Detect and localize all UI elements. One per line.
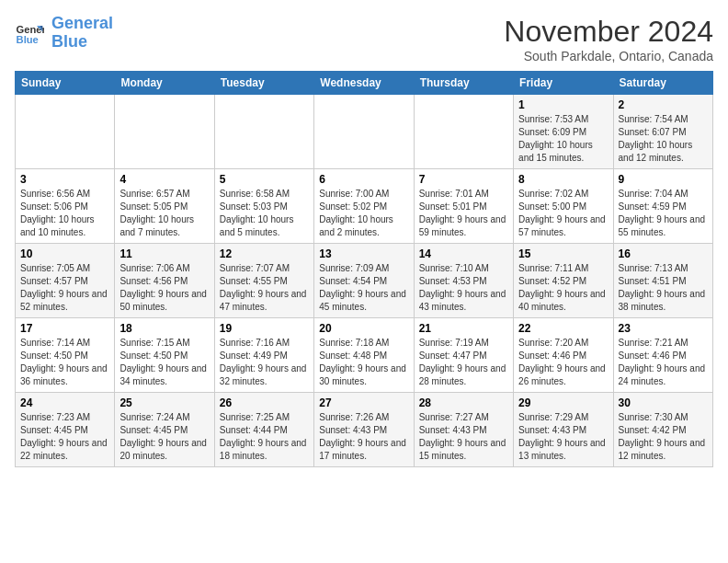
calendar-body: 1Sunrise: 7:53 AM Sunset: 6:09 PM Daylig… <box>16 95 713 467</box>
day-cell: 27Sunrise: 7:26 AM Sunset: 4:43 PM Dayli… <box>314 393 414 467</box>
day-info: Sunrise: 7:09 AM Sunset: 4:54 PM Dayligh… <box>319 262 408 314</box>
week-row-2: 3Sunrise: 6:56 AM Sunset: 5:06 PM Daylig… <box>16 169 713 244</box>
day-number: 12 <box>220 247 309 260</box>
day-cell: 14Sunrise: 7:10 AM Sunset: 4:53 PM Dayli… <box>414 244 513 318</box>
day-info: Sunrise: 7:20 AM Sunset: 4:46 PM Dayligh… <box>518 337 608 388</box>
day-number: 2 <box>619 98 708 111</box>
title-block: November 2024 South Parkdale, Ontario, C… <box>504 15 713 63</box>
day-cell: 7Sunrise: 7:01 AM Sunset: 5:01 PM Daylig… <box>414 169 513 244</box>
logo-text-line2: Blue <box>51 33 113 52</box>
day-info: Sunrise: 7:04 AM Sunset: 4:59 PM Dayligh… <box>619 188 708 239</box>
day-info: Sunrise: 7:25 AM Sunset: 4:44 PM Dayligh… <box>220 411 309 463</box>
day-number: 3 <box>20 173 109 186</box>
day-cell: 10Sunrise: 7:05 AM Sunset: 4:57 PM Dayli… <box>16 244 115 318</box>
day-info: Sunrise: 7:07 AM Sunset: 4:55 PM Dayligh… <box>220 262 309 314</box>
location-subtitle: South Parkdale, Ontario, Canada <box>504 49 713 63</box>
calendar-table: SundayMondayTuesdayWednesdayThursdayFrid… <box>15 71 713 467</box>
day-number: 13 <box>319 247 408 260</box>
day-number: 29 <box>518 396 608 409</box>
day-info: Sunrise: 7:53 AM Sunset: 6:09 PM Dayligh… <box>518 113 608 165</box>
week-row-5: 24Sunrise: 7:23 AM Sunset: 4:45 PM Dayli… <box>16 393 713 467</box>
day-number: 19 <box>220 322 309 335</box>
week-row-4: 17Sunrise: 7:14 AM Sunset: 4:50 PM Dayli… <box>16 318 713 393</box>
day-number: 4 <box>119 173 209 186</box>
day-number: 14 <box>419 247 508 260</box>
day-info: Sunrise: 7:00 AM Sunset: 5:02 PM Dayligh… <box>319 188 408 239</box>
day-cell: 24Sunrise: 7:23 AM Sunset: 4:45 PM Dayli… <box>16 393 115 467</box>
logo: General Blue General Blue <box>15 15 113 52</box>
header-cell-friday: Friday <box>514 72 613 95</box>
day-cell: 13Sunrise: 7:09 AM Sunset: 4:54 PM Dayli… <box>314 244 414 318</box>
day-info: Sunrise: 7:19 AM Sunset: 4:47 PM Dayligh… <box>419 337 508 388</box>
day-number: 27 <box>319 396 408 409</box>
day-cell: 4Sunrise: 6:57 AM Sunset: 5:05 PM Daylig… <box>115 169 214 244</box>
day-info: Sunrise: 7:11 AM Sunset: 4:52 PM Dayligh… <box>518 262 608 314</box>
day-cell: 1Sunrise: 7:53 AM Sunset: 6:09 PM Daylig… <box>514 95 613 169</box>
day-info: Sunrise: 7:29 AM Sunset: 4:43 PM Dayligh… <box>518 411 608 463</box>
day-number: 20 <box>319 322 408 335</box>
day-cell <box>115 95 214 169</box>
day-info: Sunrise: 7:18 AM Sunset: 4:48 PM Dayligh… <box>319 337 408 388</box>
calendar-header: SundayMondayTuesdayWednesdayThursdayFrid… <box>16 72 713 95</box>
header-cell-tuesday: Tuesday <box>214 72 313 95</box>
day-cell <box>214 95 313 169</box>
day-info: Sunrise: 7:54 AM Sunset: 6:07 PM Dayligh… <box>619 113 708 165</box>
day-cell: 22Sunrise: 7:20 AM Sunset: 4:46 PM Dayli… <box>514 318 613 393</box>
header-cell-thursday: Thursday <box>414 72 513 95</box>
day-info: Sunrise: 7:02 AM Sunset: 5:00 PM Dayligh… <box>518 188 608 239</box>
day-number: 18 <box>119 322 209 335</box>
day-info: Sunrise: 7:30 AM Sunset: 4:42 PM Dayligh… <box>619 411 708 463</box>
day-info: Sunrise: 6:58 AM Sunset: 5:03 PM Dayligh… <box>220 188 309 239</box>
day-info: Sunrise: 7:23 AM Sunset: 4:45 PM Dayligh… <box>20 411 109 463</box>
day-number: 25 <box>119 396 209 409</box>
day-number: 30 <box>619 396 708 409</box>
day-cell: 19Sunrise: 7:16 AM Sunset: 4:49 PM Dayli… <box>214 318 313 393</box>
day-cell: 30Sunrise: 7:30 AM Sunset: 4:42 PM Dayli… <box>613 393 712 467</box>
day-number: 22 <box>518 322 608 335</box>
day-number: 24 <box>20 396 109 409</box>
day-number: 26 <box>220 396 309 409</box>
header-cell-monday: Monday <box>115 72 214 95</box>
day-info: Sunrise: 7:05 AM Sunset: 4:57 PM Dayligh… <box>20 262 109 314</box>
day-info: Sunrise: 6:57 AM Sunset: 5:05 PM Dayligh… <box>119 188 209 239</box>
day-cell: 6Sunrise: 7:00 AM Sunset: 5:02 PM Daylig… <box>314 169 414 244</box>
day-info: Sunrise: 7:16 AM Sunset: 4:49 PM Dayligh… <box>220 337 309 388</box>
day-number: 15 <box>518 247 608 260</box>
day-cell: 15Sunrise: 7:11 AM Sunset: 4:52 PM Dayli… <box>514 244 613 318</box>
svg-text:General: General <box>17 24 44 35</box>
day-cell: 11Sunrise: 7:06 AM Sunset: 4:56 PM Dayli… <box>115 244 214 318</box>
day-cell: 2Sunrise: 7:54 AM Sunset: 6:07 PM Daylig… <box>613 95 712 169</box>
day-number: 5 <box>220 173 309 186</box>
header-cell-sunday: Sunday <box>16 72 115 95</box>
day-number: 1 <box>518 98 608 111</box>
day-number: 28 <box>419 396 508 409</box>
day-info: Sunrise: 7:15 AM Sunset: 4:50 PM Dayligh… <box>119 337 209 388</box>
day-info: Sunrise: 7:26 AM Sunset: 4:43 PM Dayligh… <box>319 411 408 463</box>
day-info: Sunrise: 7:24 AM Sunset: 4:45 PM Dayligh… <box>119 411 209 463</box>
day-number: 10 <box>20 247 109 260</box>
logo-icon: General Blue <box>15 18 44 48</box>
day-cell <box>314 95 414 169</box>
week-row-3: 10Sunrise: 7:05 AM Sunset: 4:57 PM Dayli… <box>16 244 713 318</box>
day-cell: 16Sunrise: 7:13 AM Sunset: 4:51 PM Dayli… <box>613 244 712 318</box>
day-info: Sunrise: 6:56 AM Sunset: 5:06 PM Dayligh… <box>20 188 109 239</box>
day-number: 6 <box>319 173 408 186</box>
day-number: 8 <box>518 173 608 186</box>
day-cell: 25Sunrise: 7:24 AM Sunset: 4:45 PM Dayli… <box>115 393 214 467</box>
svg-text:Blue: Blue <box>17 34 39 45</box>
day-cell <box>414 95 513 169</box>
day-cell: 12Sunrise: 7:07 AM Sunset: 4:55 PM Dayli… <box>214 244 313 318</box>
day-info: Sunrise: 7:21 AM Sunset: 4:46 PM Dayligh… <box>619 337 708 388</box>
day-cell: 23Sunrise: 7:21 AM Sunset: 4:46 PM Dayli… <box>613 318 712 393</box>
day-number: 11 <box>119 247 209 260</box>
logo-text-line1: General <box>51 15 113 33</box>
day-info: Sunrise: 7:01 AM Sunset: 5:01 PM Dayligh… <box>419 188 508 239</box>
header-cell-wednesday: Wednesday <box>314 72 414 95</box>
day-cell: 26Sunrise: 7:25 AM Sunset: 4:44 PM Dayli… <box>214 393 313 467</box>
day-number: 7 <box>419 173 508 186</box>
header-row: SundayMondayTuesdayWednesdayThursdayFrid… <box>16 72 713 95</box>
day-cell: 20Sunrise: 7:18 AM Sunset: 4:48 PM Dayli… <box>314 318 414 393</box>
day-cell: 17Sunrise: 7:14 AM Sunset: 4:50 PM Dayli… <box>16 318 115 393</box>
day-cell: 9Sunrise: 7:04 AM Sunset: 4:59 PM Daylig… <box>613 169 712 244</box>
day-number: 23 <box>619 322 708 335</box>
